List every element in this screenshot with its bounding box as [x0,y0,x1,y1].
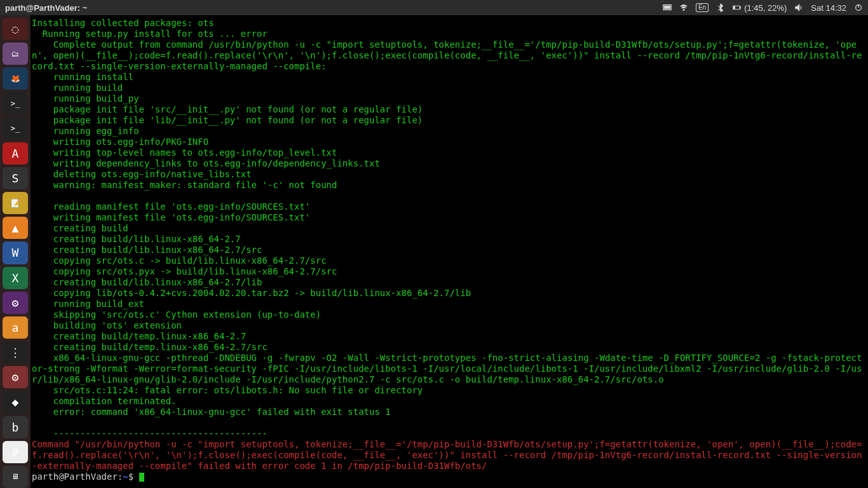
launcher-sublime-text[interactable]: S [3,167,28,189]
session-menu-icon[interactable] [854,3,863,12]
volume-icon[interactable] [794,3,803,12]
launcher-excel[interactable]: X [3,267,28,289]
launcher-notes[interactable]: 📝 [3,192,28,214]
screen-icon[interactable] [663,3,672,12]
svg-point-2 [683,10,684,11]
launcher-system-settings[interactable]: ⚙ [3,366,28,388]
launcher-slack[interactable]: # [3,441,28,463]
launcher-software-center[interactable]: ⚙ [3,292,28,314]
launcher-vlc[interactable]: ▲ [3,217,28,239]
battery-text: (1:45, 22%) [744,3,787,13]
launcher-bluetooth-settings[interactable]: ⋮ [3,341,28,363]
launcher-terminal-1[interactable]: >_ [3,92,28,114]
system-tray: En (1:45, 22%) Sat 14:32 [663,3,863,13]
clock[interactable]: Sat 14:32 [811,3,846,13]
launcher-amazon[interactable]: a [3,316,28,339]
svg-rect-5 [734,6,735,9]
battery-indicator[interactable]: (1:45, 22%) [733,3,787,13]
window-title: parth@ParthVader: ~ [5,3,87,13]
cursor [139,473,144,482]
launcher-blender[interactable]: b [3,416,28,438]
top-panel: parth@ParthVader: ~ En (1:45, 22%) Sat 1… [0,0,868,15]
unity-launcher: ◌🗂🦊>_>_AS📝▲WX⚙a⋮⚙◆b#🖥 [0,15,31,488]
input-language[interactable]: En [696,3,709,12]
launcher-word[interactable]: W [3,241,28,264]
terminal-output[interactable]: Installing collected packages: ots Runni… [31,15,868,488]
prompt-path: ~ [123,471,128,482]
launcher-files-nautilus[interactable]: 🗂 [3,43,28,65]
bluetooth-icon[interactable] [716,3,725,12]
launcher-terminal-2[interactable]: >_ [3,118,28,140]
launcher-firefox[interactable]: 🦊 [3,67,28,90]
launcher-inkscape[interactable]: ◆ [3,391,28,413]
wifi-icon[interactable] [679,3,688,12]
svg-rect-4 [740,7,740,9]
launcher-ubuntu-dash[interactable]: ◌ [3,18,28,40]
launcher-pdf-reader[interactable]: A [3,142,28,165]
prompt-user-host: parth@ParthVader [32,471,118,482]
prompt-symbol: $ [128,471,139,482]
svg-rect-1 [665,6,670,8]
launcher-display[interactable]: 🖥 [3,466,28,488]
